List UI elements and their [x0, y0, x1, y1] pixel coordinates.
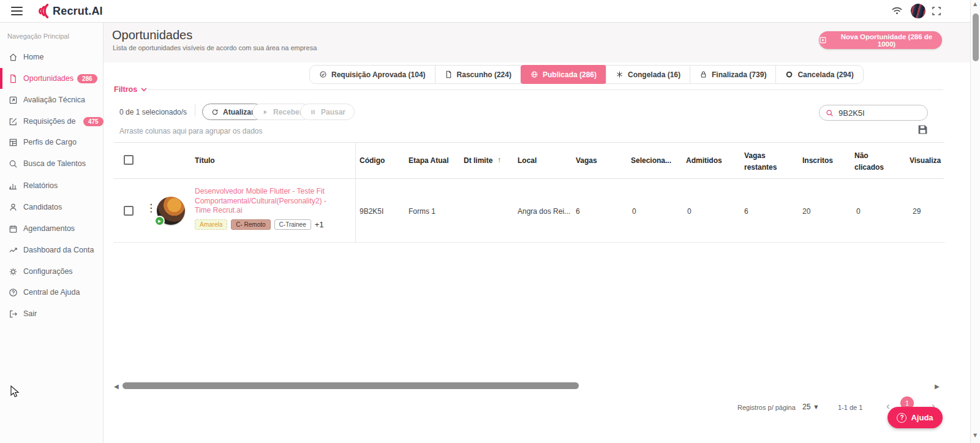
tab-label: Requisição Aprovada (104) — [331, 70, 426, 79]
globe-icon — [530, 70, 538, 78]
hscroll-thumb[interactable] — [123, 382, 579, 389]
sidebar-item-label: Home — [23, 53, 43, 61]
filters-toggle[interactable]: Filtros — [114, 85, 147, 94]
sidebar-item-label: Oportunidades — [23, 74, 74, 83]
tab-cancelada[interactable]: Cancelada (294) — [775, 65, 863, 84]
column-header-vagas-restantes[interactable]: Vagas restantes — [744, 150, 782, 173]
tag-c-remoto[interactable]: C- Remoto — [231, 219, 270, 230]
hamburger-menu-icon[interactable] — [11, 7, 23, 18]
magnifier-icon — [826, 109, 834, 117]
cell-selecionados: 0 — [632, 207, 636, 216]
fullscreen-icon[interactable] — [932, 6, 941, 18]
edit-icon — [9, 117, 18, 126]
tag-c-trainee[interactable]: C-Trainee — [274, 219, 311, 230]
column-header-dt-limite[interactable]: Dt limite — [464, 156, 492, 165]
tab-label: Congelada (16) — [628, 70, 680, 79]
play-badge-icon[interactable]: ▶ — [154, 216, 165, 226]
sort-ascending-icon[interactable]: ↑ — [497, 156, 501, 164]
column-header-local[interactable]: Local — [518, 156, 537, 165]
new-opportunity-label: Nova Oportunidade (286 de 1000) — [831, 33, 942, 48]
help-button[interactable]: ? Ajuda — [888, 407, 943, 428]
sidebar-item-label: Central de Ajuda — [23, 288, 80, 297]
user-avatar[interactable] — [911, 4, 925, 18]
sidebar-item-oportunidades[interactable]: Oportunidades 286 — [0, 68, 104, 89]
table-top-border — [114, 142, 944, 143]
column-header-codigo[interactable]: Código — [360, 156, 385, 165]
row-checkbox[interactable] — [124, 206, 134, 216]
pause-label: Pausar — [321, 108, 345, 116]
document-icon — [9, 74, 18, 83]
cell-vagas: 6 — [576, 207, 580, 216]
requisicoes-count-badge: 475 — [83, 117, 104, 126]
vscroll-down-arrow[interactable]: ▼ — [973, 433, 977, 438]
column-header-admitidos[interactable]: Admitidos — [686, 156, 722, 165]
snowflake-icon — [616, 70, 624, 78]
tab-congelada[interactable]: Congelada (16) — [606, 65, 690, 84]
refresh-icon — [211, 108, 219, 116]
check-circle-icon — [319, 70, 327, 78]
tab-label: Finalizada (739) — [712, 70, 766, 79]
sidebar-item-busca-de-talentos[interactable]: Busca de Talentos — [0, 153, 104, 174]
sidebar-item-central-de-ajuda[interactable]: Central de Ajuda — [0, 282, 104, 303]
sidebar-item-dashboard-da-conta[interactable]: Dashboard da Conta — [0, 240, 104, 260]
table-row-border — [114, 242, 944, 243]
select-all-checkbox[interactable] — [124, 155, 134, 165]
sidebar-item-home[interactable]: Home — [0, 47, 104, 67]
lock-icon — [699, 70, 707, 78]
page-range-label: 1-1 de 1 — [838, 404, 862, 411]
hscroll-right-arrow[interactable]: ▶ — [935, 383, 940, 390]
column-header-visualizacoes[interactable]: Visualiza — [910, 156, 944, 165]
tab-publicada[interactable]: Publicada (286) — [521, 65, 606, 84]
page-size-select[interactable]: 25 ▼ — [802, 403, 818, 411]
pause-button[interactable]: Pausar — [300, 104, 355, 120]
opportunity-title-link[interactable]: Desenvolvedor Mobile Flutter - Teste Fit… — [195, 187, 343, 216]
sidebar-item-relatorios[interactable]: Relatórios — [0, 175, 104, 196]
sidebar-item-perfis-de-cargo[interactable]: Perfis de Cargo — [0, 132, 104, 153]
vscroll-up-arrow[interactable]: ▲ — [973, 1, 977, 7]
column-header-selecionados[interactable]: Seleciona... — [631, 156, 671, 165]
tag-more-count[interactable]: +1 — [315, 220, 324, 229]
hscroll-left-arrow[interactable]: ◀ — [114, 383, 119, 390]
sidebar-item-label: Dashboard da Conta — [23, 246, 94, 254]
sidebar-item-avaliacao-tecnica[interactable]: Avaliação Técnica — [0, 89, 104, 110]
sidebar-item-label: Candidatos — [23, 203, 62, 211]
sidebar-item-label: Agendamentos — [23, 224, 75, 233]
sidebar-item-configuracoes[interactable]: Configurações — [0, 261, 104, 282]
column-header-inscritos[interactable]: Inscritos — [802, 156, 833, 165]
home-icon — [9, 53, 18, 62]
vscroll-thumb[interactable] — [973, 13, 979, 61]
sidebar-item-sair[interactable]: Sair — [0, 303, 104, 324]
column-header-vagas[interactable]: Vagas — [576, 156, 597, 165]
sidebar-item-label: Configurações — [23, 267, 73, 276]
cell-codigo: 9B2K5I — [360, 207, 383, 216]
wifi-icon[interactable] — [891, 6, 903, 18]
sidebar-item-label: Avaliação Técnica — [23, 96, 85, 104]
sidebar-item-requisicoes[interactable]: Requisições de 475 — [0, 111, 104, 132]
column-header-titulo[interactable]: Título — [195, 156, 215, 165]
sidebar-section-label: Navegação Principal — [7, 32, 69, 40]
selection-count: 0 de 1 selecionado/s — [119, 108, 187, 116]
sidebar-item-agendamentos[interactable]: Agendamentos — [0, 218, 104, 239]
tab-requisicao-aprovada[interactable]: Requisição Aprovada (104) — [309, 65, 435, 84]
tab-finalizada[interactable]: Finalizada (739) — [690, 65, 776, 84]
tab-rascunho[interactable]: Rascunho (224) — [435, 65, 521, 84]
cell-inscritos: 20 — [802, 207, 810, 216]
plus-box-icon — [819, 36, 827, 44]
new-opportunity-button[interactable]: Nova Oportunidade (286 de 1000) — [819, 31, 942, 49]
sidebar-item-label: Requisições de — [23, 117, 75, 126]
chevron-down-icon — [141, 88, 147, 92]
sidebar-item-candidatos[interactable]: Candidatos — [0, 197, 104, 218]
trend-icon — [9, 246, 18, 255]
question-icon: ? — [897, 413, 907, 423]
app-logo[interactable]: Recrut.AI — [36, 3, 103, 19]
records-per-page-label: Registros p/ página — [737, 404, 796, 411]
row-menu-icon[interactable]: ⋮ — [146, 202, 156, 214]
search-input[interactable] — [839, 108, 912, 118]
save-view-icon[interactable] — [918, 124, 928, 137]
tab-label: Publicada (286) — [543, 70, 597, 79]
top-bar: Recrut.AI — [0, 0, 980, 23]
cell-local: Angra dos Rei... — [518, 207, 570, 216]
column-header-nao-clicados[interactable]: Não clicados — [854, 150, 888, 173]
tag-amarela[interactable]: Amarela — [195, 219, 227, 230]
column-header-etapa[interactable]: Etapa Atual — [409, 156, 449, 165]
